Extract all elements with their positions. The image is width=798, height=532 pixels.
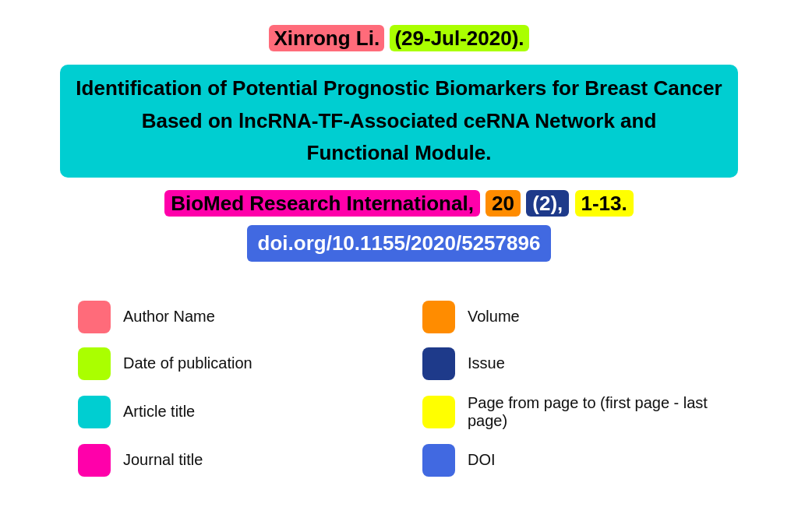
issue-highlight: (2), bbox=[526, 190, 569, 217]
doi-highlight: doi.org/10.1155/2020/5257896 bbox=[247, 225, 552, 262]
legend-label-author: Author Name bbox=[123, 308, 215, 326]
legend-label-date: Date of publication bbox=[123, 354, 252, 372]
legend-label-pages: Page from page to (first page - last pag… bbox=[468, 394, 720, 430]
journal-highlight: BioMed Research International, bbox=[164, 190, 480, 217]
legend-label-article-title: Article title bbox=[123, 403, 195, 421]
legend-label-volume: Volume bbox=[468, 308, 520, 326]
legend-color-article-title bbox=[78, 396, 111, 428]
legend-item-article-title: Article title bbox=[78, 394, 376, 430]
legend-label-journal-title: Journal title bbox=[123, 451, 203, 469]
legend-item-volume: Volume bbox=[422, 301, 720, 333]
legend-color-pages bbox=[422, 396, 455, 428]
volume-highlight: 20 bbox=[486, 190, 521, 217]
legend-color-issue bbox=[422, 347, 455, 380]
legend-label-doi: DOI bbox=[468, 451, 496, 469]
legend-item-issue: Issue bbox=[422, 347, 720, 380]
title-highlight: Identification of Potential Prognostic B… bbox=[60, 65, 737, 178]
legend-item-pages: Page from page to (first page - last pag… bbox=[422, 394, 720, 430]
journal-line: BioMed Research International, 20 (2), 1… bbox=[47, 188, 751, 219]
author-date-line: Xinrong Li. (29-Jul-2020). bbox=[47, 23, 751, 54]
legend-color-journal-title bbox=[78, 444, 111, 477]
legend-color-author bbox=[78, 301, 111, 333]
legend-color-date bbox=[78, 347, 111, 380]
legend-block: Author Name Volume Date of publication I… bbox=[47, 301, 751, 477]
author-highlight: Xinrong Li. bbox=[269, 25, 384, 51]
legend-item-journal-title: Journal title bbox=[78, 444, 376, 477]
legend-item-doi: DOI bbox=[422, 444, 720, 477]
date-highlight: (29-Jul-2020). bbox=[390, 25, 528, 51]
citation-block: Xinrong Li. (29-Jul-2020). Identificatio… bbox=[47, 23, 751, 262]
legend-item-author: Author Name bbox=[78, 301, 376, 333]
legend-label-issue: Issue bbox=[468, 354, 505, 372]
legend-color-doi bbox=[422, 444, 455, 477]
legend-item-date: Date of publication bbox=[78, 347, 376, 380]
title-line: Identification of Potential Prognostic B… bbox=[47, 58, 751, 184]
legend-color-volume bbox=[422, 301, 455, 333]
doi-line: doi.org/10.1155/2020/5257896 bbox=[47, 222, 751, 262]
pages-highlight: 1-13. bbox=[575, 190, 634, 217]
